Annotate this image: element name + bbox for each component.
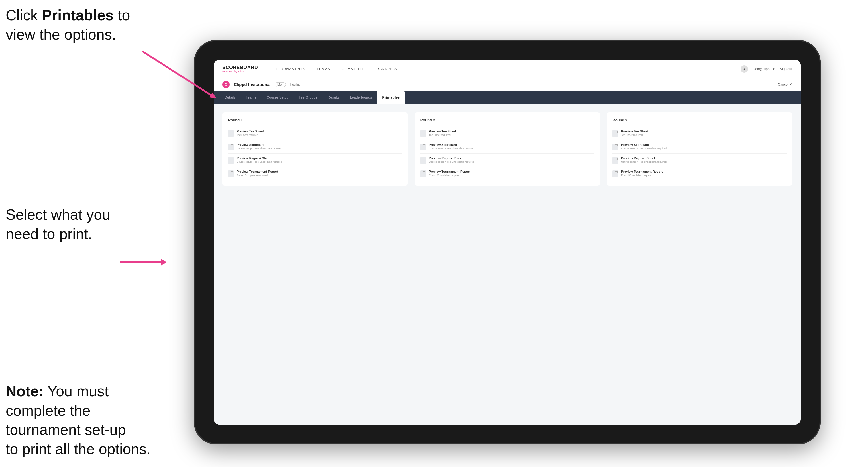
svg-marker-3 [161,259,167,266]
round2-scorecard-text: Preview Scorecard Course setup + Tee She… [429,143,474,150]
tab-tee-groups[interactable]: Tee Groups [294,91,322,104]
round2-tee-sheet[interactable]: Preview Tee Sheet Tee Sheet required [420,127,594,140]
round2-tee-sheet-text: Preview Tee Sheet Tee Sheet required [429,130,456,136]
round3-scorecard-text: Preview Scorecard Course setup + Tee She… [621,143,666,150]
round-1-section: Round 1 Preview Tee Sheet Tee Sheet requ… [222,112,408,186]
round1-raguzzi[interactable]: Preview Raguzzi Sheet Course setup + Tee… [228,154,402,167]
arrow-top-icon [128,49,219,100]
round1-tee-sheet[interactable]: Preview Tee Sheet Tee Sheet required [228,127,402,140]
nav-teams[interactable]: TEAMS [317,65,330,72]
cancel-button[interactable]: Cancel ✕ [778,83,792,87]
annotation-middle: Select what youneed to print. [6,205,110,244]
round1-report-text: Preview Tournament Report Round Completi… [237,170,278,177]
nav-links: TOURNAMENTS TEAMS COMMITTEE RANKINGS [275,65,741,72]
tournament-logo: C [222,81,230,88]
doc-icon [420,170,426,177]
tab-results[interactable]: Results [322,91,345,104]
tournament-name-area: C Clippd Invitational Men Hosting [222,81,301,88]
nav-right: ● blair@clippd.io Sign out [741,65,792,73]
round1-scorecard-text: Preview Scorecard Course setup + Tee She… [237,143,282,150]
doc-icon [612,170,618,177]
doc-icon [420,157,426,164]
nav-rankings[interactable]: RANKINGS [376,65,397,72]
doc-icon [420,130,426,137]
nav-avatar: ● [741,65,748,73]
doc-icon [228,130,234,137]
round3-scorecard[interactable]: Preview Scorecard Course setup + Tee She… [612,140,786,154]
round-3-title: Round 3 [612,118,786,122]
round1-raguzzi-text: Preview Raguzzi Sheet Course setup + Tee… [237,156,282,163]
round2-report-text: Preview Tournament Report Round Completi… [429,170,470,177]
round1-tournament-report[interactable]: Preview Tournament Report Round Completi… [228,167,402,180]
round3-raguzzi-text: Preview Raguzzi Sheet Course setup + Tee… [621,156,666,163]
logo-title: SCOREBOARD [222,65,258,70]
tablet-screen: SCOREBOARD Powered by clippd TOURNAMENTS… [214,60,801,425]
round3-tee-sheet-text: Preview Tee Sheet Tee Sheet required [621,130,648,136]
tab-leaderboards[interactable]: Leaderboards [345,91,377,104]
logo-area: SCOREBOARD Powered by clippd [222,65,258,73]
round-2-title: Round 2 [420,118,594,122]
main-content: Round 1 Preview Tee Sheet Tee Sheet requ… [214,104,801,425]
round-2-section: Round 2 Preview Tee Sheet Tee Sheet requ… [414,112,600,186]
doc-icon [612,130,618,137]
annotation-bottom: Note: You mustcomplete thetournament set… [6,382,151,459]
round2-raguzzi-text: Preview Raguzzi Sheet Course setup + Tee… [429,156,474,163]
doc-icon [420,144,426,150]
doc-icon [228,170,234,177]
tournament-status: Hosting [290,83,300,86]
tab-teams[interactable]: Teams [241,91,261,104]
tournament-header: C Clippd Invitational Men Hosting Cancel… [214,78,801,91]
round3-tee-sheet[interactable]: Preview Tee Sheet Tee Sheet required [612,127,786,140]
round2-raguzzi[interactable]: Preview Raguzzi Sheet Course setup + Tee… [420,154,594,167]
round1-tee-sheet-text: Preview Tee Sheet Tee Sheet required [237,130,264,136]
doc-icon [612,144,618,150]
nav-committee[interactable]: COMMITTEE [342,65,365,72]
tournament-name: Clippd Invitational [234,82,271,87]
logo-subtitle: Powered by clippd [222,70,258,73]
round3-tournament-report[interactable]: Preview Tournament Report Round Completi… [612,167,786,180]
sub-tabs: Details Teams Course Setup Tee Groups Re… [214,91,801,104]
sign-out-link[interactable]: Sign out [780,67,792,71]
user-email: blair@clippd.io [752,67,775,71]
svg-line-0 [143,51,214,97]
tab-printables[interactable]: Printables [377,91,405,104]
round3-raguzzi[interactable]: Preview Raguzzi Sheet Course setup + Tee… [612,154,786,167]
top-nav: SCOREBOARD Powered by clippd TOURNAMENTS… [214,60,801,78]
round3-report-text: Preview Tournament Report Round Completi… [621,170,662,177]
nav-tournaments[interactable]: TOURNAMENTS [275,65,306,72]
round2-scorecard[interactable]: Preview Scorecard Course setup + Tee She… [420,140,594,154]
round-1-title: Round 1 [228,118,402,122]
printables-bold: Printables [42,7,114,23]
doc-icon [228,157,234,164]
annotation-top: Click Printables toview the options. [6,6,130,44]
tab-details[interactable]: Details [219,91,241,104]
doc-icon [612,157,618,164]
tab-course-setup[interactable]: Course Setup [261,91,294,104]
round-3-section: Round 3 Preview Tee Sheet Tee Sheet requ… [607,112,792,186]
rounds-grid: Round 1 Preview Tee Sheet Tee Sheet requ… [222,112,792,186]
tournament-badge: Men [275,82,286,87]
arrow-middle-icon [105,248,168,276]
doc-icon [228,144,234,150]
tablet-frame: SCOREBOARD Powered by clippd TOURNAMENTS… [194,40,821,444]
round1-scorecard[interactable]: Preview Scorecard Course setup + Tee She… [228,140,402,154]
round2-tournament-report[interactable]: Preview Tournament Report Round Completi… [420,167,594,180]
